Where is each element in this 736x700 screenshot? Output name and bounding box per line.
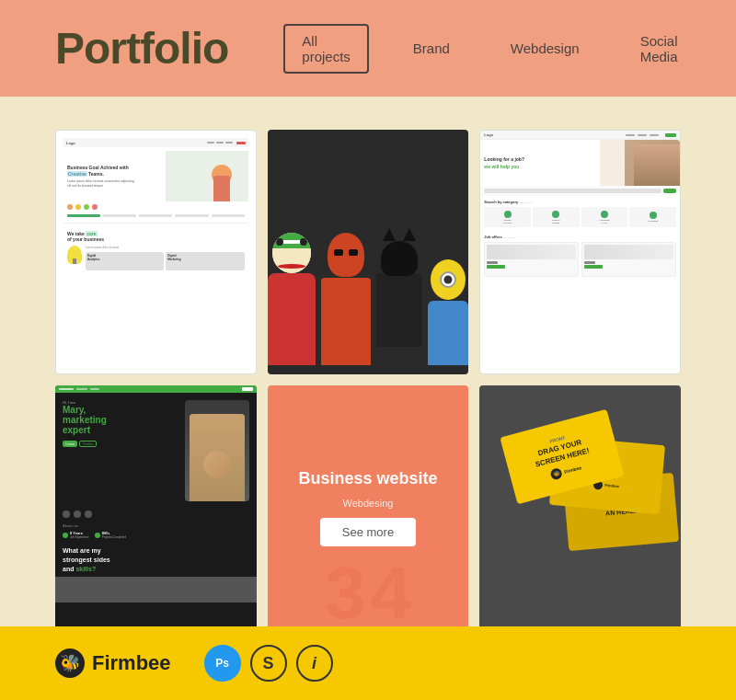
portfolio-item-3[interactable]: Logo Looking for a job? we will help you [479, 130, 681, 374]
card3-categories: Search by category — — — Design& Photo G… [480, 196, 680, 231]
photoshop-icon: Ps [204, 645, 241, 682]
card4-about: About me 8 YearsJob Experience 800+Proje… [55, 520, 257, 543]
footer-logo: 🐝 Firmbee [55, 648, 171, 678]
bee-icon: 🐝 [55, 648, 85, 678]
portfolio-grid: Logo Business Goal Achived withCreative … [55, 113, 681, 647]
card1-section2: We take careof your business Lorem ipsum… [63, 227, 248, 274]
card4-name: Mary,marketingexpert [63, 405, 181, 435]
card1-stats [63, 212, 248, 219]
header: Portfolio All projects Brand Webdesign S… [0, 0, 736, 97]
info-icon: i [296, 645, 333, 682]
card4-text: Hi, I am Mary,marketingexpert Contact Po… [63, 400, 181, 501]
nav-social-media[interactable]: Social Media [624, 26, 695, 72]
card3-header: Logo [480, 131, 680, 140]
main-content: Logo Business Goal Achived withCreative … [0, 97, 736, 676]
card2-figures [268, 130, 469, 374]
footer-icons: Ps S i [204, 645, 333, 682]
portfolio-item-4[interactable]: Hi, I am Mary,marketingexpert Contact Po… [55, 385, 257, 630]
portfolio-item-1[interactable]: Logo Business Goal Achived withCreative … [55, 130, 257, 374]
footer-brand-name: Firmbee [92, 651, 171, 675]
minion-figure [428, 259, 468, 365]
moneyheist-figure [321, 233, 371, 365]
card4-hero: Hi, I am Mary,marketingexpert Contact Po… [55, 393, 257, 509]
page-title: Portfolio [55, 23, 228, 74]
card4-header [55, 385, 257, 393]
card1-figure [212, 165, 239, 201]
footer: 🐝 Firmbee Ps S i [0, 626, 736, 700]
card3-jobs: Job offers — — — [480, 231, 680, 281]
card5-subtitle: Webdesing [343, 498, 394, 509]
nav-webdesign[interactable]: Webdesign [494, 33, 596, 63]
card1-logo: Logo [66, 141, 75, 145]
card4-photo [185, 400, 249, 501]
portfolio-item-5[interactable]: 3 4 Business website Webdesing See more [268, 385, 469, 630]
nav-brand[interactable]: Brand [397, 33, 466, 63]
card5-button[interactable]: See more [320, 518, 416, 546]
nav-all-projects[interactable]: All projects [283, 24, 369, 74]
card4-skills: What are mystrongest sidesand skills? [55, 543, 257, 577]
sketchapp-icon: S [250, 645, 287, 682]
card5-numbers: 3 4 [268, 557, 469, 630]
card4-bottom [55, 577, 257, 602]
batman-figure [376, 237, 422, 347]
card1-nav [207, 142, 246, 144]
card4-buttons: Contact Portfolio [63, 441, 181, 447]
card1-icons [63, 201, 248, 212]
portfolio-item-6[interactable]: FRONT DRAG YOURSCREEN HERE! 🐝 Firmbee YO… [479, 385, 681, 630]
card3-search [480, 186, 680, 196]
nav: All projects Brand Webdesign Social Medi… [283, 24, 694, 74]
card1-hero: Business Goal Achived withCreative Teams… [63, 151, 248, 201]
card3-hero: Looking for a job? we will help you [480, 140, 680, 186]
joker-figure [268, 233, 316, 365]
portfolio-item-2[interactable] [268, 130, 469, 374]
card5-title: Business website [298, 469, 437, 488]
card4-social [55, 509, 257, 520]
card3-logo: Logo [484, 132, 493, 137]
